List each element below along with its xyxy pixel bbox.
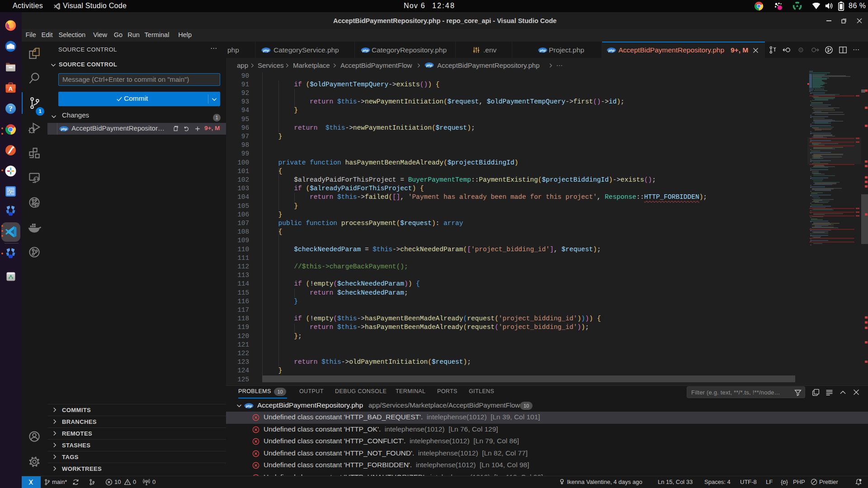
svg-text:php: php	[245, 404, 252, 408]
svg-text:php: php	[426, 63, 433, 67]
svg-text:php: php	[61, 127, 67, 131]
svg-text:?: ?	[9, 104, 12, 113]
svg-text:php: php	[263, 48, 269, 52]
svg-text:php: php	[608, 48, 615, 52]
svg-text:php: php	[362, 48, 369, 52]
svg-text:php: php	[539, 48, 546, 52]
svg-text:A: A	[9, 85, 13, 92]
